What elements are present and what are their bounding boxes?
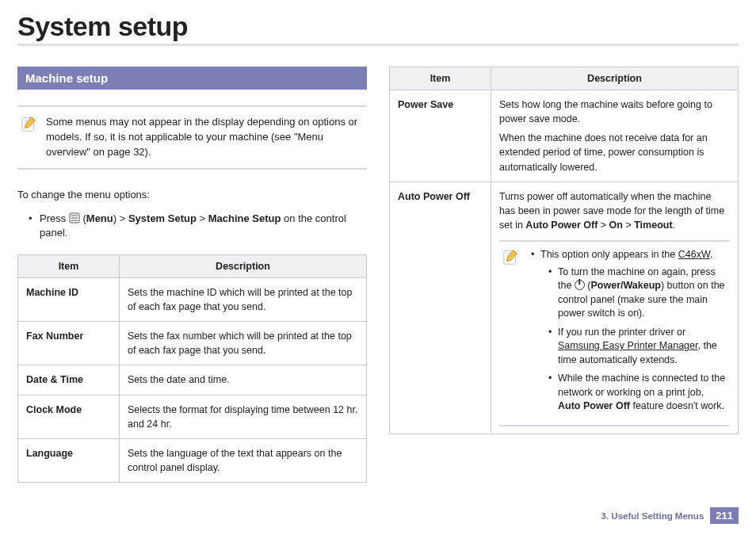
item-cell: Machine ID bbox=[18, 277, 120, 321]
note-text: Some menus may not appear in the display… bbox=[46, 115, 361, 160]
desc-cell: Sets the machine ID which will be printe… bbox=[120, 277, 367, 321]
note-sub-bullet: While the machine is connected to the ne… bbox=[548, 372, 727, 414]
desc-cell: Sets how long the machine waits before g… bbox=[491, 90, 739, 182]
col-header-item: Item bbox=[18, 254, 120, 277]
item-cell: Power Save bbox=[390, 90, 491, 182]
desc-cell: Turns power off automatically when the m… bbox=[491, 182, 739, 434]
inner-note-box: This option only appears in the C46xW. T… bbox=[499, 240, 730, 426]
note-bullet: This option only appears in the C46xW. T… bbox=[531, 248, 727, 414]
settings-table-right: Item Description Power Save Sets how lon… bbox=[389, 67, 739, 434]
breadcrumb-level2: Machine Setup bbox=[208, 212, 281, 224]
note-text: . bbox=[710, 249, 712, 260]
item-cell: Date & Time bbox=[18, 365, 120, 395]
power-icon bbox=[575, 280, 585, 290]
pencil-note-icon bbox=[21, 115, 38, 132]
breadcrumb-level1: System Setup bbox=[128, 212, 197, 224]
note-text: While the machine is connected to the ne… bbox=[558, 373, 725, 398]
desc-line: Sets how long the machine waits before g… bbox=[499, 97, 730, 126]
page-footer: 3. Useful Setting Menus 211 bbox=[601, 507, 739, 524]
desc-line: When the machine does not receive data f… bbox=[499, 131, 730, 174]
content-columns: Machine setup Some menus may not appear … bbox=[17, 67, 739, 483]
desc-cell: Sets the language of the text that appea… bbox=[120, 438, 367, 482]
power-wakeup-label: Power/Wakeup bbox=[591, 280, 661, 291]
left-column: Machine setup Some menus may not appear … bbox=[17, 67, 367, 483]
page-title: System setup bbox=[17, 11, 739, 46]
pencil-note-icon bbox=[502, 248, 520, 266]
table-row: Date & TimeSets the date and time. bbox=[18, 365, 367, 395]
desc-cell: Selects the format for displaying time b… bbox=[120, 395, 367, 438]
note-sub-bullet: If you run the printer driver or Samsung… bbox=[548, 326, 727, 368]
item-cell: Fax Number bbox=[18, 322, 120, 365]
table-row: Machine IDSets the machine ID which will… bbox=[18, 277, 367, 321]
note-box: Some menus may not appear in the display… bbox=[17, 105, 367, 170]
breadcrumb-separator: > bbox=[197, 212, 208, 224]
col-header-description: Description bbox=[120, 254, 367, 277]
table-row: LanguageSets the language of the text th… bbox=[18, 438, 367, 482]
note-text: ( bbox=[585, 280, 591, 291]
step-item: Press (Menu) > System Setup > Machine Se… bbox=[29, 212, 367, 240]
settings-table-left: Item Description Machine IDSets the mach… bbox=[17, 254, 367, 483]
chapter-label: 3. Useful Setting Menus bbox=[601, 511, 704, 521]
note-text: This option only appears in the bbox=[540, 249, 678, 260]
desc-cell: Sets the fax number which will be printe… bbox=[120, 322, 367, 365]
note-text: feature doesn't work. bbox=[630, 400, 724, 411]
right-column: Item Description Power Save Sets how lon… bbox=[389, 67, 739, 483]
path-segment: Timeout bbox=[634, 220, 672, 231]
feature-name: Auto Power Off bbox=[558, 400, 630, 411]
step-prefix: Press bbox=[40, 212, 69, 224]
path-segment: Auto Power Off bbox=[525, 220, 598, 231]
menu-label: Menu bbox=[86, 212, 113, 224]
software-link[interactable]: Samsung Easy Printer Manager bbox=[558, 340, 697, 351]
table-row: Fax NumberSets the fax number which will… bbox=[18, 322, 367, 365]
note-text: If you run the printer driver or bbox=[558, 327, 685, 338]
path-segment: On bbox=[609, 220, 623, 231]
page-number-badge: 211 bbox=[710, 507, 739, 524]
intro-text: To change the menu options: bbox=[17, 189, 367, 201]
table-row: Power Save Sets how long the machine wai… bbox=[390, 90, 739, 182]
item-cell: Auto Power Off bbox=[390, 182, 491, 434]
section-heading-machine-setup: Machine setup bbox=[17, 67, 367, 90]
step-list: Press (Menu) > System Setup > Machine Se… bbox=[17, 212, 367, 240]
breadcrumb-separator: > bbox=[116, 212, 128, 224]
note-sub-bullet: To turn the machine on again, press the … bbox=[548, 266, 727, 321]
item-cell: Language bbox=[18, 438, 120, 482]
desc-cell: Sets the date and time. bbox=[120, 365, 367, 395]
item-cell: Clock Mode bbox=[18, 395, 120, 438]
col-header-description: Description bbox=[491, 67, 739, 90]
table-row: Clock ModeSelects the format for display… bbox=[18, 395, 367, 438]
col-header-item: Item bbox=[390, 67, 491, 90]
table-row: Auto Power Off Turns power off automatic… bbox=[390, 182, 739, 434]
menu-icon bbox=[69, 212, 80, 224]
model-link[interactable]: C46xW bbox=[678, 249, 710, 260]
